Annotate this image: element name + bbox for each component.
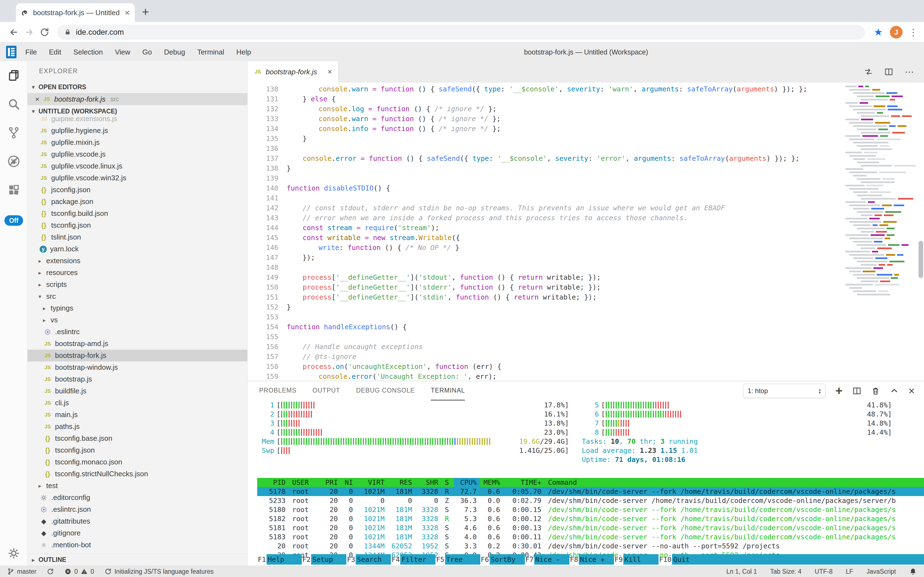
tree-item[interactable]: .eslintrc	[27, 326, 247, 338]
status-utf-8[interactable]: UTF-8	[815, 568, 833, 575]
debug-disabled-icon[interactable]	[0, 147, 27, 176]
sync-status[interactable]	[47, 568, 54, 575]
tree-item[interactable]: JScli.js	[27, 397, 247, 409]
open-changes-icon[interactable]	[864, 68, 873, 76]
browser-tab[interactable]: bootstrap-fork.js — Untitled (W ×	[16, 3, 135, 22]
tree-item[interactable]: JSpaths.js	[27, 421, 247, 432]
browser-menu-icon[interactable]: ⋮	[909, 27, 918, 38]
tree-item[interactable]: JSgulpfile.hygiene.js	[27, 125, 247, 137]
tree-item[interactable]: {}tsconfig.build.json	[27, 208, 247, 219]
column-header-res[interactable]: RES	[388, 479, 415, 487]
bookmark-star-icon[interactable]: ★	[874, 26, 883, 38]
menu-terminal[interactable]: Terminal	[191, 48, 230, 56]
open-editors-header[interactable]: ▾ OPEN EDITORS	[27, 81, 247, 93]
editor-tab[interactable]: JS bootstrap-fork.js ×	[247, 61, 338, 82]
workspace-header[interactable]: ▾ UNTITLED (WORKSPACE)	[27, 105, 247, 117]
tree-item[interactable]: JSgulpfile.vscode.linux.js	[27, 160, 247, 172]
tree-item[interactable]: {}jsconfig.json	[27, 184, 247, 196]
off-badge[interactable]: Off	[5, 215, 23, 226]
tree-item[interactable]: JSgulpfile.vscode.js	[27, 148, 247, 160]
tree-folder[interactable]: ▸resources	[27, 267, 247, 279]
new-tab-button[interactable]: +	[142, 5, 149, 19]
avatar[interactable]: J	[890, 26, 903, 39]
url-bar[interactable]: ide.coder.com	[57, 25, 865, 40]
split-terminal-icon[interactable]	[852, 387, 861, 395]
tree-folder[interactable]: ▸test	[27, 480, 247, 492]
menu-file[interactable]: File	[19, 48, 43, 56]
menu-go[interactable]: Go	[137, 48, 158, 56]
status-ln-1-col-1[interactable]: Ln 1, Col 1	[726, 568, 757, 575]
close-icon[interactable]: ×	[35, 95, 39, 103]
more-actions-icon[interactable]: ⋯	[905, 66, 914, 77]
tree-item[interactable]: JSgulpfile.mixin.js	[27, 137, 247, 148]
tree-item[interactable]: {}tsconfig.strictNullChecks.json	[27, 468, 247, 480]
tree-folder[interactable]: ▸scripts	[27, 279, 247, 290]
menu-help[interactable]: Help	[230, 48, 257, 56]
tab-close-icon[interactable]: ×	[125, 8, 130, 17]
tree-item[interactable]: JSbootstrap-amd.js	[27, 338, 247, 350]
column-header-ni[interactable]: NI	[341, 479, 356, 487]
status-lf[interactable]: LF	[846, 568, 853, 575]
column-header-s[interactable]: S	[442, 479, 454, 487]
tree-item[interactable]: JSbootstrap.js	[27, 373, 247, 385]
close-panel-icon[interactable]: ×	[909, 385, 914, 397]
new-terminal-icon[interactable]: +	[836, 384, 842, 398]
column-header-shr[interactable]: SHR	[415, 479, 442, 487]
code-editor[interactable]: 130console.warn = function () { safeSend…	[247, 82, 924, 381]
extensions-icon[interactable]	[0, 176, 27, 204]
maximize-panel-icon[interactable]	[890, 387, 899, 395]
tree-item[interactable]: JSgulpfile.extensions.js	[27, 117, 247, 125]
column-header-pid[interactable]: PID	[257, 479, 289, 487]
reload-icon[interactable]	[37, 24, 52, 40]
split-editor-icon[interactable]	[884, 68, 893, 76]
column-header-cpu[interactable]: CPU%	[454, 478, 480, 487]
menu-selection[interactable]: Selection	[67, 48, 109, 56]
source-control-icon[interactable]	[0, 118, 27, 147]
tree-item[interactable]: JSgulpfile.vscode.win32.js	[27, 172, 247, 184]
panel-tab-debug-console[interactable]: DEBUG CONSOLE	[356, 381, 415, 401]
tree-item[interactable]: ◆.gitignore	[27, 527, 247, 539]
bell-icon[interactable]	[909, 567, 917, 575]
tree-item[interactable]: {}tsconfig.json	[27, 444, 247, 456]
settings-gear-icon[interactable]	[0, 544, 27, 563]
open-editor-item[interactable]: × JS bootstrap-fork.js src	[27, 93, 247, 105]
tree-item[interactable]: ◆.gitattributes	[27, 515, 247, 527]
tree-item[interactable]: .editorconfig	[27, 492, 247, 503]
back-icon[interactable]	[6, 24, 21, 40]
panel-tab-output[interactable]: OUTPUT	[312, 381, 340, 401]
outline-header[interactable]: ▸ OUTLINE	[27, 554, 247, 566]
tree-item[interactable]: {}tsconfig.base.json	[27, 432, 247, 444]
tree-item[interactable]: .eslintrc.json	[27, 503, 247, 515]
column-header-mem[interactable]: MEM%	[480, 479, 503, 487]
tree-item[interactable]: {}package.json	[27, 196, 247, 208]
search-icon[interactable]	[0, 90, 27, 118]
editor-scrollbar[interactable]	[919, 241, 923, 278]
tree-folder[interactable]: ▸extensions	[27, 255, 247, 267]
tree-folder[interactable]: ▸vs	[27, 314, 247, 326]
column-header-virt[interactable]: VIRT	[356, 479, 388, 487]
tree-item[interactable]: JSmain.js	[27, 409, 247, 421]
tree-item[interactable]: yyarn.lock	[27, 243, 247, 255]
forward-icon[interactable]	[21, 24, 37, 40]
panel-tab-terminal[interactable]: TERMINAL	[431, 381, 465, 401]
tree-item[interactable]: JSbuildfile.js	[27, 385, 247, 397]
terminal-selector[interactable]: 1: htop ▴▾	[743, 384, 826, 398]
panel-tab-problems[interactable]: PROBLEMS	[259, 381, 297, 401]
tree-item[interactable]: JSbootstrap-window.js	[27, 361, 247, 373]
tree-item[interactable]: ≡.mention-bot	[27, 539, 247, 551]
tree-item[interactable]: JSbootstrap-fork.js	[27, 350, 247, 361]
menu-debug[interactable]: Debug	[158, 48, 191, 56]
column-header-time[interactable]: TIME+	[503, 479, 545, 487]
tree-folder[interactable]: ▾src	[27, 290, 247, 302]
status-tab-size-4[interactable]: Tab Size: 4	[770, 568, 802, 575]
column-header-user[interactable]: USER	[289, 479, 320, 487]
minimap[interactable]	[845, 85, 916, 305]
column-header-pri[interactable]: PRI	[320, 479, 341, 487]
explorer-icon[interactable]	[0, 61, 27, 90]
git-branch-status[interactable]: master	[7, 568, 36, 575]
terminal[interactable]: 1[17.8%]2[16.1%]3[13.8%]4[23.0%]Mem[19.6…	[247, 401, 924, 566]
column-header-command[interactable]: Command	[545, 479, 924, 487]
menu-edit[interactable]: Edit	[43, 48, 67, 56]
status-javascript[interactable]: JavaScript	[866, 568, 896, 575]
menu-view[interactable]: View	[109, 48, 137, 56]
